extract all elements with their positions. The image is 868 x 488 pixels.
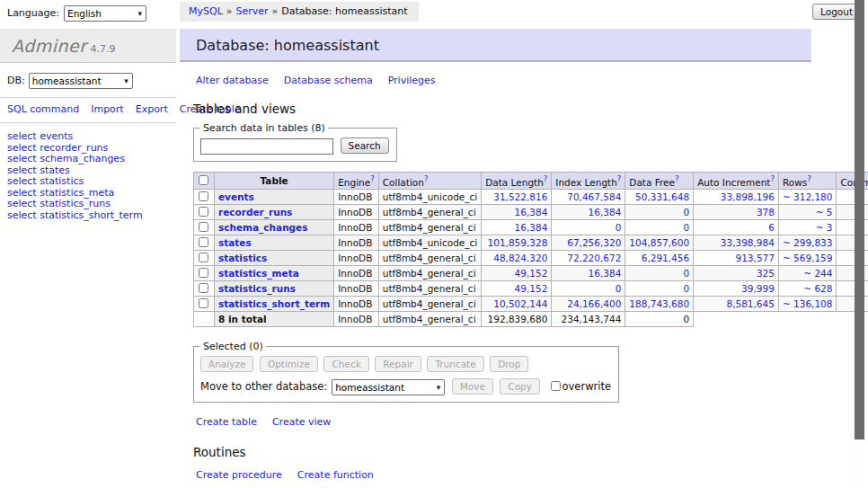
index-length-cell: 67,256,320 [552, 235, 625, 251]
rows-count-link[interactable]: ~ 5 [816, 207, 833, 217]
sidebar-table-links: select eventsselect recorder_runsselect … [0, 123, 176, 229]
sidebar-select-link[interactable]: select statistics_runs [7, 199, 169, 210]
rows-count-link[interactable]: ~ 3 [816, 222, 833, 233]
rows-count-link[interactable]: ~ 628 [803, 283, 832, 294]
breadcrumb-mysql-link[interactable]: MySQL [189, 5, 223, 17]
data-length-cell: 49,152 [482, 281, 552, 297]
table-name-link[interactable]: schema_changes [218, 222, 308, 233]
language-select[interactable]: English [64, 5, 146, 22]
index-length-cell: 72,220,672 [552, 251, 625, 266]
rows-count-link[interactable]: ~ 569,159 [783, 253, 833, 263]
overwrite-label: overwrite [562, 380, 612, 393]
row-checkbox[interactable] [199, 191, 208, 201]
data-free-cell: 188,743,680 [625, 297, 694, 312]
create-view-link[interactable]: Create view [272, 416, 331, 428]
table-name-link[interactable]: statistics_short_term [218, 298, 330, 309]
table-name-link[interactable]: statistics [218, 253, 267, 263]
search-input[interactable] [200, 138, 333, 155]
repair-button[interactable]: Repair [375, 356, 421, 372]
scrollbar-thumb[interactable] [855, 0, 864, 439]
language-row: Language:English [7, 5, 146, 22]
total-row: 8 in total InnoDB utf8mb4_general_ci 192… [194, 312, 868, 327]
total-index-length: 234,143,744 [552, 312, 625, 327]
breadcrumb-server-link[interactable]: Server [236, 5, 269, 17]
help-link[interactable]: ? [544, 174, 548, 183]
row-checkbox[interactable] [199, 268, 208, 278]
adminer-version[interactable]: 4.7.9 [91, 43, 116, 55]
main-content: Database: homeassistant Alter databaseDa… [180, 29, 849, 488]
move-row: Move to other database:homeassistant Mov… [200, 378, 611, 395]
row-checkbox[interactable] [199, 283, 208, 293]
copy-button[interactable]: Copy [500, 378, 540, 395]
row-checkbox[interactable] [199, 237, 208, 247]
logout-button[interactable]: Logout [812, 4, 861, 20]
overwrite-checkbox[interactable] [551, 381, 561, 391]
row-checkbox[interactable] [199, 253, 208, 262]
collation-cell: utf8mb4_general_ci [378, 220, 481, 235]
database-schema-link[interactable]: Database schema [284, 75, 373, 86]
table-name-link[interactable]: events [218, 191, 254, 202]
adminer-logo[interactable]: Adminer [12, 36, 87, 56]
rows-count-link[interactable]: ~ 312,180 [783, 191, 833, 202]
table-row: recorder_runs InnoDB utf8mb4_general_ci … [194, 205, 868, 220]
row-checkbox[interactable] [199, 298, 208, 308]
auto-increment-cell: 8,581,645 [694, 297, 779, 312]
collation-cell: utf8mb4_unicode_ci [378, 235, 481, 251]
row-checkbox[interactable] [199, 222, 208, 232]
total-collation: utf8mb4_general_ci [378, 312, 481, 327]
db-select[interactable]: homeassistant [29, 73, 133, 89]
page-title: Database: homeassistant [180, 29, 811, 62]
select-all-checkbox[interactable] [199, 175, 208, 185]
sidebar-select-link[interactable]: select statistics_short_term [7, 210, 169, 222]
sql-command-link[interactable]: SQL command [7, 103, 79, 115]
data-free-cell: 0 [625, 266, 694, 281]
help-link[interactable]: ? [370, 174, 375, 183]
import-link[interactable]: Import [91, 103, 124, 115]
check-button[interactable]: Check [323, 356, 368, 372]
engine-cell: InnoDB [334, 190, 379, 205]
tables-and-views-heading: Tables and views [193, 102, 849, 116]
create-table-link[interactable]: Create table [196, 416, 257, 428]
help-link[interactable]: ? [424, 174, 429, 183]
auto-increment-cell: 33,898,196 [694, 190, 779, 205]
table-name-link[interactable]: states [218, 237, 252, 248]
collation-cell: utf8mb4_general_ci [378, 266, 481, 281]
optimize-button[interactable]: Optimize [260, 356, 318, 372]
create-function-link[interactable]: Create function [297, 469, 374, 481]
rows-count-link[interactable]: ~ 136,108 [783, 298, 833, 309]
row-checkbox[interactable] [199, 207, 208, 217]
sidebar-select-link[interactable]: select statistics [7, 176, 169, 188]
table-name-link[interactable]: recorder_runs [218, 207, 292, 217]
total-data-free: 0 [625, 312, 694, 327]
move-to-database-label: Move to other database: [200, 380, 327, 393]
help-link[interactable]: ? [675, 174, 679, 183]
collation-cell: utf8mb4_general_ci [378, 205, 481, 220]
collation-cell: utf8mb4_general_ci [378, 251, 481, 266]
auto-increment-cell: 325 [694, 266, 779, 281]
alter-database-link[interactable]: Alter database [196, 75, 269, 86]
help-link[interactable]: ? [770, 174, 775, 183]
data-free-cell: 0 [625, 205, 694, 220]
table-name-link[interactable]: statistics_meta [218, 268, 299, 279]
rows-count-link[interactable]: ~ 244 [803, 268, 832, 279]
truncate-button[interactable]: Truncate [427, 356, 483, 372]
sidebar-select-link[interactable]: select schema_changes [7, 154, 169, 165]
col-header-table: Table [215, 172, 334, 190]
create-procedure-link[interactable]: Create procedure [196, 469, 282, 481]
analyze-button[interactable]: Analyze [200, 356, 253, 372]
help-link[interactable]: ? [617, 174, 622, 183]
sidebar-select-link[interactable]: select events [7, 131, 169, 143]
export-link[interactable]: Export [136, 103, 168, 115]
data-length-cell: 31,522,816 [482, 190, 552, 205]
drop-button[interactable]: Drop [490, 356, 528, 372]
auto-increment-cell: 39,999 [694, 281, 779, 297]
move-database-select[interactable]: homeassistant [332, 379, 445, 395]
col-header-data-length: Data Length? [482, 172, 552, 190]
move-button[interactable]: Move [452, 378, 493, 395]
vertical-scrollbar[interactable] [855, 0, 864, 488]
table-name-link[interactable]: statistics_runs [218, 283, 296, 294]
privileges-link[interactable]: Privileges [388, 75, 436, 86]
rows-count-link[interactable]: ~ 299,833 [783, 237, 833, 248]
search-button[interactable]: Search [341, 138, 389, 154]
help-link[interactable]: ? [807, 174, 811, 183]
